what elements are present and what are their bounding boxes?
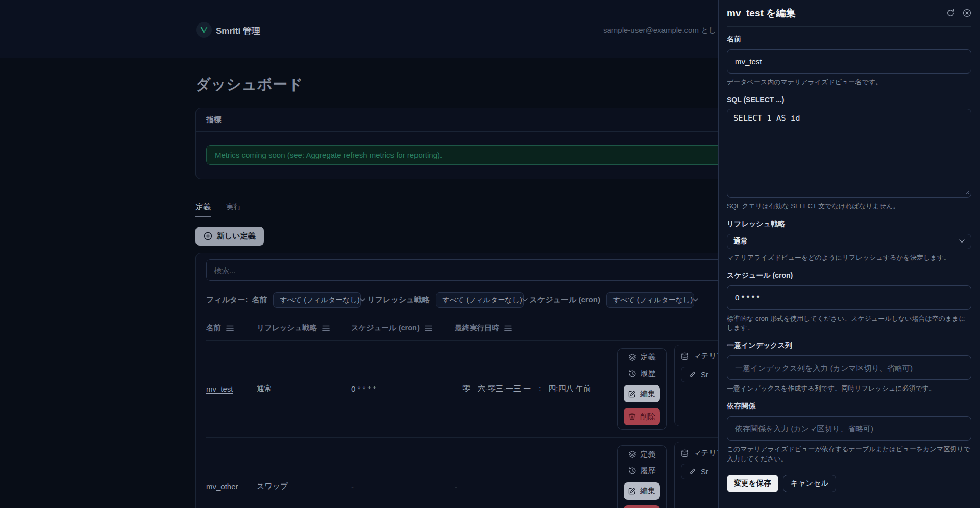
- layers-icon: [628, 450, 636, 458]
- table-header-row: 名前 リフレッシュ戦略 スケジュール (cron) 最終実行日時: [206, 316, 786, 341]
- main-content: ダッシュボード 指標 Metrics coming soon (see: Agg…: [195, 58, 796, 508]
- row-name-link[interactable]: mv_other: [206, 482, 238, 491]
- close-icon[interactable]: [963, 9, 971, 17]
- trash-icon: [628, 413, 636, 421]
- table-row: mv_test 通常 0 * * * * 二零二六-零三-一三 一二:二四:四八…: [206, 341, 786, 438]
- row-strategy: スワップ: [257, 481, 351, 491]
- metrics-card-header: 指標: [196, 108, 796, 132]
- sr-label: Sr: [701, 467, 708, 476]
- schedule-field[interactable]: [727, 285, 971, 310]
- app-title: Smriti 管理: [216, 25, 260, 37]
- flask-icon: [689, 468, 696, 475]
- cancel-button[interactable]: キャンセル: [783, 475, 836, 492]
- chevron-down-icon: [693, 298, 698, 302]
- edit-label: 編集: [640, 486, 655, 496]
- database-icon: [681, 352, 689, 360]
- row-strategy: 通常: [257, 384, 351, 394]
- v-logo-icon: [200, 27, 208, 33]
- resize-grip-icon[interactable]: [965, 190, 970, 196]
- page-title: ダッシュボード: [195, 75, 796, 95]
- drawer-header: mv_test を編集: [727, 0, 971, 27]
- chevron-down-icon: [959, 239, 965, 243]
- layers-icon: [628, 353, 636, 361]
- table-row: mv_other スワップ - - 定義 履歴: [206, 438, 786, 508]
- filter-name-label: 名前: [252, 295, 267, 305]
- strategy-field-helper: マテリアライズドビューをどのようにリフレッシュするかを決定します。: [727, 253, 971, 263]
- definition-link[interactable]: 定義: [628, 352, 656, 362]
- logged-in-user: sample-user@example.com とし: [603, 26, 717, 35]
- col-name-header: 名前: [206, 323, 221, 333]
- column-menu-icon[interactable]: [322, 325, 330, 332]
- strategy-select[interactable]: 通常: [727, 234, 971, 249]
- plus-circle-icon: [204, 232, 212, 240]
- definition-label: 定義: [641, 450, 656, 459]
- filter-schedule-select[interactable]: すべて (フィルターなし): [606, 292, 694, 308]
- delete-button[interactable]: 削除: [624, 505, 660, 508]
- definitions-table-card: フィルター: 名前 すべて (フィルターなし) リフレッシュ戦略 すべて (フィ…: [195, 253, 796, 508]
- metrics-coming-soon-notice: Metrics coming soon (see: Aggregate refr…: [206, 145, 786, 165]
- chevron-down-icon: [360, 298, 365, 302]
- row-name-link[interactable]: mv_test: [206, 384, 233, 393]
- refresh-icon[interactable]: [946, 9, 955, 17]
- tab-executions[interactable]: 実行: [226, 202, 241, 217]
- column-menu-icon[interactable]: [424, 325, 433, 332]
- chevron-down-icon: [522, 298, 528, 302]
- strategy-field-label: リフレッシュ戦略: [727, 220, 971, 229]
- col-schedule-header: スケジュール (cron): [351, 323, 420, 333]
- history-label: 履歴: [641, 369, 656, 378]
- filter-row: フィルター: 名前 すべて (フィルターなし) リフレッシュ戦略 すべて (フィ…: [206, 292, 786, 308]
- col-last-run-header: 最終実行日時: [455, 323, 499, 333]
- sql-field[interactable]: SELECT 1 AS id: [727, 109, 971, 198]
- delete-button[interactable]: 削除: [624, 408, 660, 425]
- filter-strategy-value: すべて (フィルターなし): [443, 296, 522, 305]
- save-changes-button[interactable]: 変更を保存: [727, 475, 778, 492]
- database-icon: [681, 449, 689, 457]
- name-field[interactable]: [727, 49, 971, 74]
- filter-name-select[interactable]: すべて (フィルターなし): [273, 292, 361, 308]
- brand-logo: [196, 22, 212, 38]
- schedule-field-helper: 標準的な cron 形式を使用してください。スケジュールしない場合は空のままにし…: [727, 314, 971, 333]
- edit-button[interactable]: 編集: [624, 482, 660, 500]
- edit-drawer: mv_test を編集 名前 データベース内のマテリアライズドビュー名です。 S…: [718, 0, 980, 508]
- new-definition-button[interactable]: 新しい定義: [195, 227, 264, 246]
- history-link[interactable]: 履歴: [628, 466, 656, 476]
- history-icon: [628, 467, 636, 475]
- dependencies-field-helper: このマテリアライズドビューが依存するテーブルまたはビューをカンマ区切りで入力して…: [727, 445, 971, 464]
- row-last-run: 二零二六-零三-一三 一二:二四:四八 午前: [455, 384, 617, 394]
- unique-index-field-label: 一意インデックス列: [727, 341, 971, 350]
- strategy-select-value: 通常: [733, 237, 748, 246]
- name-field-label: 名前: [727, 35, 971, 44]
- definition-link[interactable]: 定義: [628, 450, 656, 459]
- filter-strategy-select[interactable]: すべて (フィルターなし): [436, 292, 524, 308]
- unique-index-field[interactable]: [727, 355, 971, 380]
- dependencies-field-label: 依存関係: [727, 402, 971, 411]
- drawer-title: mv_test を編集: [727, 7, 939, 20]
- app-root: Smriti 管理 sample-user@example.com とし ダッシ…: [0, 0, 980, 508]
- tab-definitions[interactable]: 定義: [195, 202, 211, 217]
- edit-label: 編集: [640, 389, 655, 399]
- row-schedule: -: [351, 482, 455, 491]
- sql-field-label: SQL (SELECT ...): [727, 95, 971, 104]
- schedule-field-label: スケジュール (cron): [727, 271, 971, 280]
- pencil-square-icon: [628, 487, 636, 495]
- filter-strategy-label: リフレッシュ戦略: [367, 295, 429, 305]
- row-schedule: 0 * * * *: [351, 384, 455, 393]
- column-menu-icon[interactable]: [504, 325, 512, 332]
- unique-index-field-helper: 一意インデックスを作成する列です。同時リフレッシュに必須です。: [727, 384, 971, 394]
- search-input[interactable]: [206, 259, 786, 281]
- metrics-card: 指標 Metrics coming soon (see: Aggregate r…: [195, 108, 796, 179]
- filters-label: フィルター:: [206, 295, 248, 305]
- sr-label: Sr: [701, 370, 708, 379]
- history-label: 履歴: [641, 466, 656, 476]
- row-actions-group: 定義 履歴 編集 削除: [617, 348, 667, 430]
- delete-label: 削除: [640, 412, 655, 422]
- definition-label: 定義: [641, 352, 656, 362]
- dependencies-field[interactable]: [727, 416, 971, 441]
- flask-icon: [689, 371, 696, 378]
- column-menu-icon[interactable]: [226, 325, 234, 332]
- edit-button[interactable]: 編集: [624, 385, 660, 402]
- row-actions-group: 定義 履歴 編集 削除: [617, 445, 667, 508]
- history-link[interactable]: 履歴: [628, 369, 656, 378]
- col-strategy-header: リフレッシュ戦略: [257, 323, 317, 333]
- filter-schedule-label: スケジュール (cron): [530, 295, 600, 305]
